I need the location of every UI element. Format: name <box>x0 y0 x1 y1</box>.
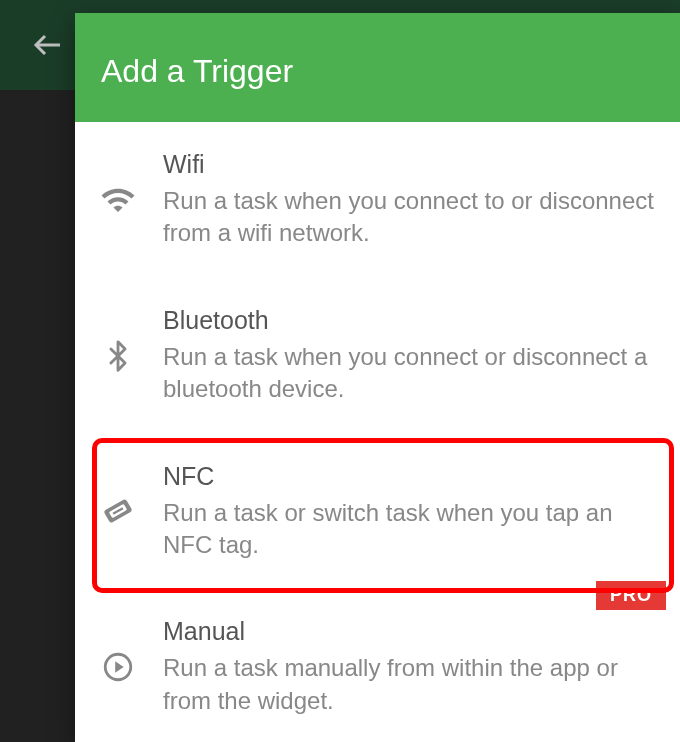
trigger-text: NFC Run a task or switch task when you t… <box>163 462 654 562</box>
trigger-item-nfc[interactable]: NFC Run a task or switch task when you t… <box>75 434 680 590</box>
trigger-item-manual[interactable]: Manual Run a task manually from within t… <box>75 589 680 742</box>
trigger-desc: Run a task or switch task when you tap a… <box>163 497 654 562</box>
play-circle-icon <box>99 648 137 686</box>
nfc-tag-icon <box>99 492 137 530</box>
trigger-desc: Run a task when you connect to or discon… <box>163 185 654 250</box>
wifi-icon <box>99 181 137 219</box>
trigger-text: Manual Run a task manually from within t… <box>163 617 654 717</box>
trigger-text: Bluetooth Run a task when you connect or… <box>163 306 654 406</box>
trigger-item-bluetooth[interactable]: Bluetooth Run a task when you connect or… <box>75 278 680 434</box>
trigger-text: Wifi Run a task when you connect to or d… <box>163 150 654 250</box>
pro-badge: PRO <box>596 581 666 610</box>
trigger-desc: Run a task when you connect or disconnec… <box>163 341 654 406</box>
trigger-title: Wifi <box>163 150 654 179</box>
bluetooth-icon <box>99 337 137 375</box>
trigger-title: Manual <box>163 617 654 646</box>
trigger-desc: Run a task manually from within the app … <box>163 652 654 717</box>
trigger-title: NFC <box>163 462 654 491</box>
trigger-title: Bluetooth <box>163 306 654 335</box>
dialog-title: Add a Trigger <box>75 13 680 122</box>
trigger-list: Wifi Run a task when you connect to or d… <box>75 122 680 742</box>
add-trigger-dialog: Add a Trigger Wifi Run a task when you c… <box>75 13 680 742</box>
trigger-item-wifi[interactable]: Wifi Run a task when you connect to or d… <box>75 122 680 278</box>
